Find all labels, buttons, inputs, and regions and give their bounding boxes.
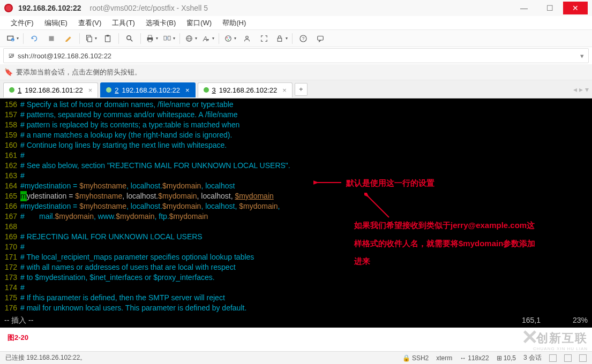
vim-position: 165,1 xyxy=(522,315,541,325)
resize-icon: ↔ xyxy=(460,354,466,362)
reconnect-button[interactable] xyxy=(26,32,42,46)
edit-button[interactable] xyxy=(61,32,77,46)
search-button[interactable] xyxy=(122,32,138,46)
svg-point-22 xyxy=(229,37,230,38)
code-text: # xyxy=(20,283,25,293)
globe-button[interactable] xyxy=(183,32,199,46)
terminal-line: 164#mydestination = $myhostname, localho… xyxy=(0,181,592,191)
color-button[interactable] xyxy=(222,32,238,46)
address-text: ssh://root@192.168.26.102:22 xyxy=(18,52,580,60)
info-text: 要添加当前会话，点击左侧的箭头按钮。 xyxy=(16,67,141,77)
svg-rect-12 xyxy=(148,39,152,42)
line-number: 169 xyxy=(0,232,20,242)
code-segment: , localhost xyxy=(201,181,235,191)
code-segment: $myhostname xyxy=(79,201,126,211)
code-segment: ydestination = xyxy=(27,191,76,201)
menu-view[interactable]: 查看(V) xyxy=(74,17,106,29)
tab-3[interactable]: 3 192.168.26.102:22 × xyxy=(198,82,293,97)
menu-edit[interactable]: 编辑(E) xyxy=(40,17,72,29)
num-indicator xyxy=(564,354,572,362)
host-icon: 🖳 xyxy=(8,52,14,59)
tab-label: 192.168.26.102:22 xyxy=(122,86,180,94)
tab-1[interactable]: 1 192.168.26.101:22 × xyxy=(3,82,98,97)
address-dropdown-icon[interactable]: ▾ xyxy=(580,52,584,60)
bookmark-icon[interactable]: 🔖 xyxy=(4,68,13,76)
fullscreen-button[interactable] xyxy=(256,32,272,46)
addressbar[interactable]: 🖳 ssh://root@192.168.26.102:22 ▾ xyxy=(3,48,589,63)
svg-point-24 xyxy=(246,36,249,39)
line-number: 170 xyxy=(0,242,20,252)
tab-status-dot xyxy=(9,87,14,93)
code-segment: m xyxy=(20,191,27,201)
maximize-button[interactable]: ☐ xyxy=(537,2,562,14)
line-number: 168 xyxy=(0,222,20,232)
svg-line-30 xyxy=(368,196,389,217)
terminal-line: 163# xyxy=(0,171,592,181)
close-button[interactable]: ✕ xyxy=(563,2,588,14)
tab-label: 192.168.26.101:22 xyxy=(25,86,83,94)
tab-2[interactable]: 2 192.168.26.102:22 × xyxy=(100,82,195,97)
line-number: 166 xyxy=(0,201,20,211)
menu-tabs[interactable]: 选项卡(B) xyxy=(141,17,180,29)
status-connected: 已连接 192.168.26.102:22。 xyxy=(5,353,395,362)
line-number: 174 xyxy=(0,283,20,293)
vim-percent: 23% xyxy=(573,315,588,325)
tab-add-button[interactable]: + xyxy=(295,83,308,96)
code-segment: , ftp. xyxy=(155,211,169,222)
menu-file[interactable]: 文件(F) xyxy=(6,17,38,29)
tab-num: 2 xyxy=(115,86,118,94)
svg-line-9 xyxy=(131,39,133,41)
terminal-line: 175# If this parameter is defined, then … xyxy=(0,293,592,303)
watermark-text2: CHUANG XIN HU LIAN xyxy=(533,346,588,351)
code-text: # REJECTING MAIL FOR UNKNOWN LOCAL USERS xyxy=(20,232,203,242)
code-segment: $myhostname xyxy=(79,181,126,191)
tab-label: 192.168.26.102:22 xyxy=(219,86,277,94)
line-number: 159 xyxy=(0,130,20,140)
menubar: 文件(F) 编辑(E) 查看(V) 工具(T) 选项卡(B) 窗口(W) 帮助(… xyxy=(0,16,592,30)
minimize-button[interactable]: — xyxy=(512,2,536,14)
terminal[interactable]: 156# Specify a list of host or domain na… xyxy=(0,98,592,328)
line-number: 175 xyxy=(0,293,20,303)
menu-tools[interactable]: 工具(T) xyxy=(108,17,139,29)
font-button[interactable]: A▾ xyxy=(200,32,216,46)
terminal-line: 160# Continue long lines by starting the… xyxy=(0,140,592,150)
code-segment: $mydomain xyxy=(239,201,278,211)
svg-rect-13 xyxy=(164,36,167,40)
tab-close-icon[interactable]: × xyxy=(185,86,190,94)
tab-next-icon[interactable]: ▸ xyxy=(579,85,583,94)
info-banner: 🔖 要添加当前会话，点击左侧的箭头按钮。 xyxy=(0,64,592,80)
toolbar: + A▾ ? xyxy=(0,30,592,47)
cap-indicator xyxy=(549,354,557,362)
transfer-button[interactable] xyxy=(161,32,177,46)
toolbar-divider xyxy=(140,33,141,44)
tabbar: 1 192.168.26.101:22 × 2 192.168.26.102:2… xyxy=(0,80,592,98)
code-segment: $mydomain xyxy=(162,181,201,191)
toolbar-divider xyxy=(219,33,219,44)
code-segment: $mydomain xyxy=(158,191,197,201)
lock-button[interactable] xyxy=(273,32,289,46)
user-button[interactable] xyxy=(239,32,255,46)
svg-rect-6 xyxy=(106,35,110,41)
tab-prev-icon[interactable]: ◂ xyxy=(573,85,577,94)
menu-window[interactable]: 窗口(W) xyxy=(182,17,216,29)
help-button[interactable]: ? xyxy=(295,32,311,46)
terminal-line: 174# xyxy=(0,283,592,293)
new-session-button[interactable]: + xyxy=(4,32,20,46)
tab-close-icon[interactable]: × xyxy=(282,86,287,94)
code-segment: $mydomain xyxy=(162,201,201,211)
code-segment: $mydomain xyxy=(55,211,94,222)
grid-icon: ⊞ xyxy=(497,354,502,362)
menu-help[interactable]: 帮助(H) xyxy=(218,17,250,29)
chat-button[interactable] xyxy=(312,32,328,46)
status-ssh: 🔒SSH2 xyxy=(402,354,429,362)
code-segment: $mydomain xyxy=(235,191,273,201)
disconnect-button[interactable] xyxy=(43,32,59,46)
tab-close-icon[interactable]: × xyxy=(88,86,93,94)
code-text: # See also below, section "REJECTING MAI… xyxy=(20,161,290,171)
copy-button[interactable] xyxy=(83,32,99,46)
tab-list-icon[interactable]: ▾ xyxy=(585,85,589,94)
annotation-2-line1: 如果我们希望接收到类似于jerry@example.com这 xyxy=(354,220,535,230)
terminal-line: 162# See also below, section "REJECTING … xyxy=(0,161,592,171)
print-button[interactable] xyxy=(144,32,160,46)
paste-button[interactable] xyxy=(100,32,116,46)
